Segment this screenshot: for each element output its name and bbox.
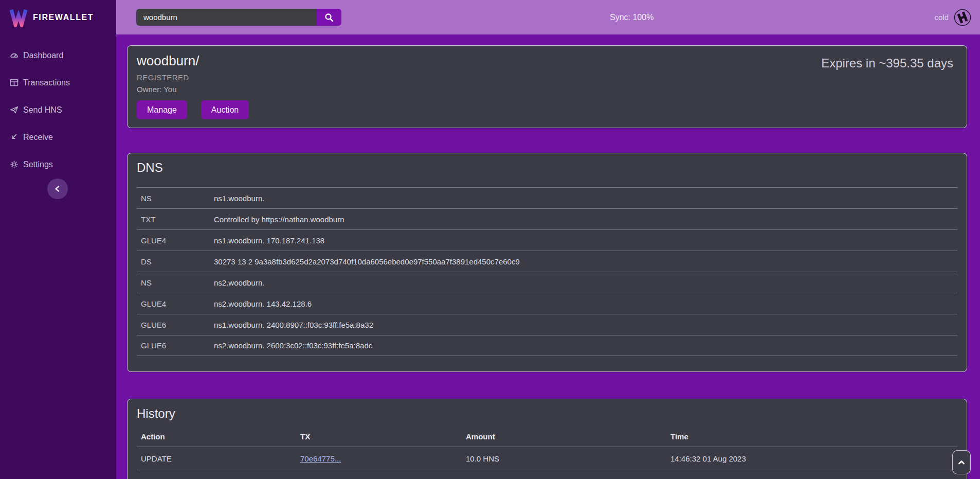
history-col-amount: Amount: [466, 432, 670, 441]
history-row: UPDATE 70e64775... 10.0 HNS 14:46:32 01 …: [137, 447, 957, 470]
history-table: Action TX Amount Time UPDATE 70e64775...…: [137, 426, 957, 479]
dns-record-type: NS: [141, 194, 214, 203]
dashboard-icon: [10, 51, 19, 60]
wallet-area: cold: [934, 8, 972, 27]
dns-record-type: DS: [141, 257, 214, 266]
chevron-left-icon: [53, 184, 62, 193]
dns-record-row: NS ns1.woodburn.: [137, 187, 957, 208]
history-col-time: Time: [670, 432, 957, 441]
dns-record-type: GLUE6: [141, 321, 214, 329]
dns-record-value: ns2.woodburn. 2600:3c02::f03c:93ff:fe5a:…: [214, 341, 957, 350]
dns-record-row: NS ns2.woodburn.: [137, 272, 957, 293]
dns-card-title: DNS: [137, 161, 957, 175]
history-action: UPDATE: [141, 454, 300, 463]
sidebar-item-label: Transactions: [23, 78, 70, 87]
history-time: 14:46:32 01 Aug 2023: [670, 454, 957, 463]
dns-record-value: Controlled by https://nathan.woodburn: [214, 215, 957, 224]
search-input[interactable]: [136, 9, 317, 26]
sidebar-item-dashboard[interactable]: Dashboard: [0, 42, 116, 69]
dns-record-type: NS: [141, 278, 214, 287]
sidebar-item-label: Send HNS: [23, 105, 62, 115]
manage-button[interactable]: Manage: [137, 100, 187, 119]
dns-record-row: GLUE6 ns1.woodburn. 2400:8907::f03c:93ff…: [137, 314, 957, 335]
sidebar-item-receive[interactable]: Receive: [0, 123, 116, 151]
firewallet-logo-icon: [9, 8, 28, 27]
dns-card: DNS NS ns1.woodburn. TXT Controlled by h…: [127, 153, 967, 372]
app-window: FIREWALLET Dashboard Transactions Send H…: [0, 0, 980, 479]
dns-record-value: ns1.woodburn. 2400:8907::f03c:93ff:fe5a:…: [214, 321, 957, 329]
history-time: 15:47:36 07 Jul 2023: [670, 477, 957, 479]
dns-record-row: GLUE4 ns1.woodburn. 170.187.241.138: [137, 229, 957, 251]
domain-actions: Manage Auction: [137, 100, 957, 119]
expires-label: Expires in ~395.35 days: [821, 56, 953, 70]
domain-card: woodburn/ REGISTERED Owner: You Manage A…: [127, 45, 967, 128]
history-amount: 10.0 HNS: [466, 477, 670, 479]
dns-record-value: ns1.woodburn. 170.187.241.138: [214, 236, 957, 245]
history-action: RENEW: [141, 477, 300, 479]
search-button[interactable]: [317, 9, 341, 26]
sidebar-collapse-button[interactable]: [47, 179, 68, 199]
brand-name: FIREWALLET: [33, 13, 94, 22]
dns-record-value: 30273 13 2 9a3a8fb3d625d2a2073d740f10da6…: [214, 257, 957, 266]
dns-record-type: GLUE4: [141, 236, 214, 245]
domain-owner: Owner: You: [137, 85, 957, 94]
sidebar-item-label: Settings: [23, 160, 53, 169]
dns-record-value: ns2.woodburn. 143.42.128.6: [214, 299, 957, 308]
dns-record-row: GLUE4 ns2.woodburn. 143.42.128.6: [137, 293, 957, 314]
dns-record-type: GLUE6: [141, 341, 214, 350]
history-row: RENEW 47b6d1... 10.0 HNS 15:47:36 07 Jul…: [137, 470, 957, 479]
sidebar-item-settings[interactable]: Settings: [0, 151, 116, 178]
sidebar-nav: Dashboard Transactions Send HNS Receive: [0, 42, 116, 178]
wallet-mode-label: cold: [934, 13, 949, 22]
dns-record-value: ns2.woodburn.: [214, 278, 957, 287]
tx-link[interactable]: 70e64775...: [300, 454, 341, 463]
domain-status-badge: REGISTERED: [137, 73, 957, 82]
chevron-up-icon: [957, 458, 966, 467]
search-icon: [324, 13, 334, 22]
receive-icon: [10, 133, 19, 141]
transactions-icon: [10, 78, 19, 87]
sidebar-item-send-hns[interactable]: Send HNS: [0, 96, 116, 123]
history-card: History Action TX Amount Time UPDATE 70e…: [127, 399, 967, 479]
sync-status: Sync: 100%: [610, 0, 654, 34]
brand: FIREWALLET: [0, 0, 116, 34]
auction-button[interactable]: Auction: [201, 100, 249, 119]
handshake-icon: [953, 8, 972, 27]
settings-icon: [10, 160, 19, 169]
dns-table: NS ns1.woodburn. TXT Controlled by https…: [137, 187, 957, 356]
topbar: Sync: 100% cold: [116, 0, 980, 34]
sidebar-item-label: Dashboard: [23, 51, 63, 60]
history-header-row: Action TX Amount Time: [137, 426, 957, 447]
history-col-tx: TX: [300, 432, 466, 441]
dns-record-row: DS 30273 13 2 9a3a8fb3d625d2a2073d740f10…: [137, 251, 957, 272]
dns-record-value: ns1.woodburn.: [214, 194, 957, 203]
scroll-to-top-button[interactable]: [952, 450, 971, 474]
main-region: Sync: 100% cold woodburn/: [116, 0, 980, 479]
send-icon: [10, 105, 19, 114]
sidebar-item-transactions[interactable]: Transactions: [0, 69, 116, 96]
sidebar: FIREWALLET Dashboard Transactions Send H…: [0, 0, 116, 479]
dns-record-row: GLUE6 ns2.woodburn. 2600:3c02::f03c:93ff…: [137, 335, 957, 356]
dns-record-type: TXT: [141, 215, 214, 224]
history-card-title: History: [137, 406, 957, 421]
sidebar-item-label: Receive: [23, 133, 53, 142]
page-content: woodburn/ REGISTERED Owner: You Manage A…: [116, 34, 980, 479]
dns-record-type: GLUE4: [141, 299, 214, 308]
history-col-action: Action: [141, 432, 300, 441]
history-amount: 10.0 HNS: [466, 454, 670, 463]
search-group: [136, 9, 341, 26]
dns-record-row: TXT Controlled by https://nathan.woodbur…: [137, 208, 957, 229]
tx-link[interactable]: 47b6d1...: [300, 477, 333, 479]
